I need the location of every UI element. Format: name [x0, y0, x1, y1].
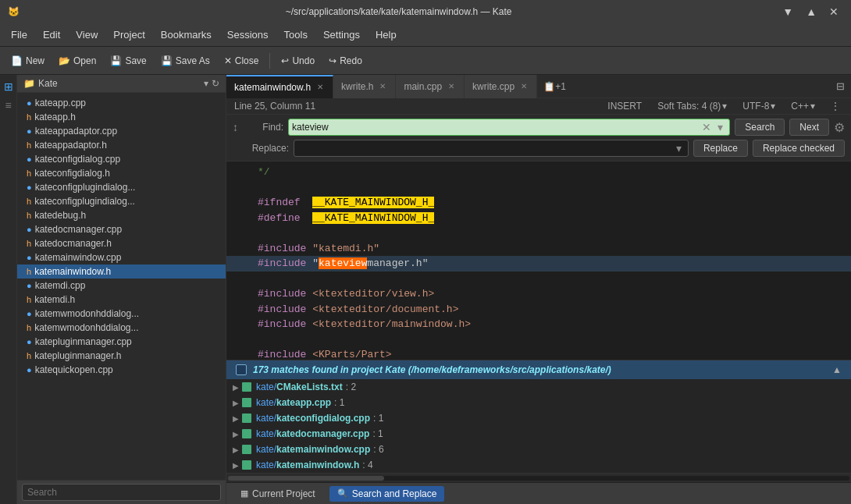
- syntax-setting[interactable]: C++ ▾: [788, 101, 818, 112]
- file-icon: [242, 413, 251, 423]
- undo-icon: ↩: [281, 55, 289, 66]
- tree-item-kateapp-cpp[interactable]: ● kateapp.cpp: [17, 96, 226, 110]
- result-group-header[interactable]: ▶ kate/kateapp.cpp : 1: [226, 395, 851, 410]
- tree-item-katedebug-h[interactable]: h katedebug.h: [17, 208, 226, 222]
- replace-dropdown-button[interactable]: ▾: [673, 142, 685, 154]
- tree-item-katemainwindow-cpp[interactable]: ● katemainwindow.cpp: [17, 250, 226, 264]
- redo-button[interactable]: ↪ Redo: [322, 52, 369, 69]
- tree-item-katemainwindow-h[interactable]: h katemainwindow.h: [17, 264, 226, 279]
- tree-item-kateappadaptor-cpp[interactable]: ● kateappadaptor.cpp: [17, 124, 226, 138]
- file-icon-cpp: ●: [27, 281, 32, 290]
- search-options-button[interactable]: ⚙: [834, 120, 845, 135]
- sidebar-files-icon[interactable]: ≡: [2, 97, 13, 114]
- tree-item-katemwmodonhddialog-cpp[interactable]: ● katemwmodonhddialog...: [17, 307, 226, 321]
- new-button[interactable]: 📄 New: [5, 52, 51, 69]
- tree-item-katemdi-h[interactable]: h katemdi.h: [17, 293, 226, 307]
- tree-item-katemwmodonhddialog-h[interactable]: h katemwmodonhddialog...: [17, 321, 226, 335]
- tab-setting[interactable]: Soft Tabs: 4 (8) ▾: [654, 101, 730, 112]
- replace-label: Replace:: [248, 143, 289, 154]
- file-icon-cpp: ●: [27, 365, 32, 374]
- hscroll-thumb[interactable]: [228, 476, 384, 481]
- file-icon-cpp: ●: [27, 253, 32, 262]
- tab-close-kwrite-h[interactable]: ✕: [378, 81, 387, 91]
- menu-bookmarks[interactable]: Bookmarks: [153, 26, 219, 44]
- tree-item-kateapp-h[interactable]: h kateapp.h: [17, 110, 226, 124]
- results-summary: 173 matches found in project Kate (/home…: [253, 364, 826, 375]
- options-button[interactable]: ⋮: [828, 101, 843, 112]
- save-button[interactable]: 💾 Save: [104, 52, 152, 69]
- menu-settings[interactable]: Settings: [315, 26, 368, 44]
- close-button[interactable]: ✕: [824, 4, 843, 20]
- tree-item-kateappadaptor-h[interactable]: h kateappadaptor.h: [17, 138, 226, 152]
- search-button[interactable]: Search: [735, 119, 785, 136]
- tree-item-katepluginmanager-cpp[interactable]: ● katepluginmanager.cpp: [17, 335, 226, 349]
- menu-tools[interactable]: Tools: [276, 26, 315, 44]
- tree-search-input[interactable]: [22, 484, 221, 501]
- replace-input[interactable]: [297, 143, 673, 154]
- save-as-button[interactable]: 💾 Save As: [155, 52, 216, 69]
- tree-item-katepluginmanager-h[interactable]: h katepluginmanager.h: [17, 349, 226, 363]
- maximize-button[interactable]: ▲: [801, 4, 821, 20]
- minimize-button[interactable]: ▼: [778, 4, 798, 20]
- tree-item-kateconfigdialog-h[interactable]: h kateconfigdialog.h: [17, 166, 226, 180]
- tab-layout-button[interactable]: ⊟: [830, 80, 851, 92]
- file-icon-h: h: [27, 112, 31, 122]
- menu-file[interactable]: File: [3, 26, 35, 44]
- menu-sessions[interactable]: Sessions: [219, 26, 276, 44]
- replace-button[interactable]: Replace: [693, 140, 748, 157]
- tree-item-katedocmanager-cpp[interactable]: ● katedocmanager.cpp: [17, 222, 226, 236]
- file-icon-h: h: [27, 197, 31, 206]
- editor-mode[interactable]: INSERT: [604, 101, 645, 112]
- tree-expand-button[interactable]: ▾: [204, 78, 208, 89]
- result-group-header[interactable]: ▶ kate/CMakeLists.txt : 2: [226, 379, 851, 395]
- results-checkbox[interactable]: [236, 364, 247, 375]
- search-expand-button[interactable]: ↕: [233, 121, 238, 133]
- encoding-setting[interactable]: UTF-8 ▾: [739, 101, 778, 112]
- find-clear-button[interactable]: ✕: [699, 121, 714, 133]
- tab-close-katemainwindow-h[interactable]: ✕: [315, 82, 325, 92]
- title-bar-center: ~/src/applications/kate/kate/katemainwin…: [20, 6, 778, 17]
- undo-button[interactable]: ↩ Undo: [275, 52, 321, 69]
- tree-item-katedocmanager-h[interactable]: h katedocmanager.h: [17, 236, 226, 250]
- sidebar-projects-icon[interactable]: ⊞: [2, 78, 16, 95]
- menu-view[interactable]: View: [68, 26, 105, 44]
- tab-close-kwrite-cpp[interactable]: ✕: [519, 81, 529, 91]
- tree-item-kateconfigdialog-cpp[interactable]: ● kateconfigdialog.cpp: [17, 152, 226, 166]
- replace-checked-button[interactable]: Replace checked: [753, 140, 845, 157]
- file-icon-h: h: [27, 267, 31, 276]
- code-editor[interactable]: */ #ifndef __KATE_MAINWINDOW_H_ #define …: [226, 161, 851, 360]
- open-icon: 📂: [59, 55, 70, 66]
- code-line: #include "katemdi.h": [226, 241, 851, 257]
- find-input[interactable]: [292, 122, 699, 133]
- tab-more-button[interactable]: 📋 +1: [537, 75, 572, 98]
- result-group-header[interactable]: ▶ kate/katemainwindow.h : 4: [226, 457, 851, 473]
- tree-refresh-button[interactable]: ↻: [212, 78, 219, 89]
- tree-search-area: [17, 480, 226, 504]
- horizontal-scrollbar[interactable]: [226, 473, 851, 482]
- tree-item-kateconfigplugindialog-h[interactable]: h kateconfigplugindialog...: [17, 194, 226, 208]
- search-replace-tab[interactable]: 🔍 Search and Replace: [329, 486, 445, 502]
- tree-item-katequickopen-cpp[interactable]: ● katequickopen.cpp: [17, 363, 226, 377]
- tab-main-cpp[interactable]: main.cpp ✕: [396, 75, 465, 98]
- app-icon: 🐱: [8, 6, 20, 17]
- result-group-header[interactable]: ▶ kate/katedocmanager.cpp : 1: [226, 426, 851, 442]
- find-dropdown-button[interactable]: ▾: [714, 121, 726, 133]
- file-icon-cpp: ●: [27, 309, 32, 318]
- close-file-button[interactable]: ✕ Close: [218, 52, 265, 69]
- results-scroll-up[interactable]: ▲: [832, 364, 842, 375]
- tab-close-main-cpp[interactable]: ✕: [447, 81, 456, 91]
- menu-help[interactable]: Help: [368, 26, 404, 44]
- result-group-kateapp-cpp: ▶ kate/kateapp.cpp : 1: [226, 395, 851, 410]
- open-button[interactable]: 📂 Open: [52, 52, 102, 69]
- tab-katemainwindow-h[interactable]: katemainwindow.h ✕: [226, 75, 333, 98]
- tab-kwrite-cpp[interactable]: kwrite.cpp ✕: [465, 75, 537, 98]
- tab-kwrite-h[interactable]: kwrite.h ✕: [333, 75, 396, 98]
- result-group-header[interactable]: ▶ kate/kateconfigdialog.cpp : 1: [226, 410, 851, 426]
- result-group-header[interactable]: ▶ kate/katemainwindow.cpp : 6: [226, 442, 851, 457]
- menu-project[interactable]: Project: [105, 26, 152, 44]
- menu-edit[interactable]: Edit: [35, 26, 68, 44]
- tree-item-katemdi-cpp[interactable]: ● katemdi.cpp: [17, 279, 226, 293]
- next-button[interactable]: Next: [789, 119, 829, 136]
- tree-item-kateconfigplugindialog-cpp[interactable]: ● kateconfigplugindialog...: [17, 180, 226, 194]
- current-project-tab[interactable]: ▦ Current Project: [233, 486, 323, 502]
